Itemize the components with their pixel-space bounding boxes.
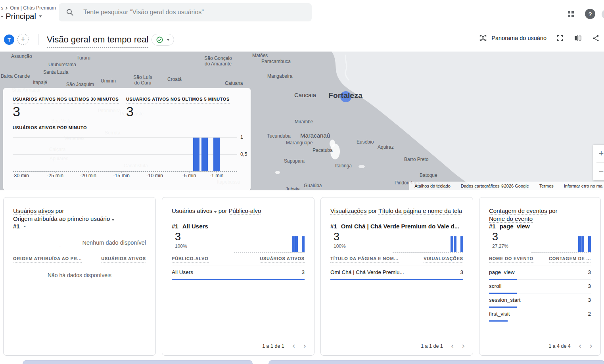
map-label: Uruburetama [48,62,76,67]
table-row: first_visit 2 [489,307,591,321]
table-row: All Users 3 [172,266,305,280]
metric-column-header[interactable]: CONTAGEM DE ... [549,256,591,262]
active-users-30min-value: 3 [13,104,20,119]
map-label: Maranguape [286,140,313,146]
next-page-button[interactable]: › [462,342,465,350]
apps-grid-icon[interactable] [568,11,574,17]
rank-value: - [24,223,26,230]
add-comparison-button[interactable]: + [17,34,29,45]
search-bar[interactable] [59,3,312,21]
pagination-label: 1 a 4 de 4 [548,343,571,349]
spark-bar [451,236,453,252]
map-label: Croatá [167,77,182,82]
metric-label: Usuários ativos [172,207,213,214]
no-data-message: Nenhum dado disponível [82,239,146,246]
help-icon[interactable]: ? [585,9,595,19]
active-users-5min-label[interactable]: USUÁRIOS ATIVOS NOS ÚLTIMOS 5 MINUTOS [126,97,230,103]
user-snapshot-label: Panorama do usuário [491,35,546,41]
next-page-button[interactable]: › [589,342,592,350]
data-quality-badge[interactable] [151,34,174,46]
card-title: Usuários ativos por Origem atribuída ao … [13,207,146,223]
x-axis-label: -10 min [144,173,165,178]
map-label: Sapupara [284,158,305,164]
minute-bar [193,138,199,171]
user-avatar-edge[interactable] [602,10,604,19]
y-axis-label-05: 0,5 [240,151,251,157]
account-switcher[interactable]: - Principal [1,12,42,21]
active-users-5min-value: 3 [126,104,134,119]
geo-map[interactable]: Assunção Tururu Uruburetama Santa Luzia … [0,52,604,190]
chevron-down-icon [111,219,115,221]
dimension-selector[interactable]: Nome do evento [489,215,533,223]
page-title[interactable]: Visão geral em tempo real [47,34,148,48]
metric-selector[interactable]: Usuários ativos [172,207,217,214]
search-input[interactable] [82,8,305,16]
per-minute-bar-chart [13,137,237,172]
x-axis-label: -20 min [78,173,98,178]
dimension-selector[interactable]: Origem atribuída ao primeiro usuário [13,215,115,222]
prev-page-button[interactable]: ‹ [292,342,295,350]
table-body: Omi Chá | Chá Verde Premiu... 3 [330,266,463,280]
share-icon [592,34,600,42]
prev-page-button[interactable]: ‹ [451,342,454,350]
top-value: 3 [334,231,339,243]
fullscreen-button[interactable] [556,34,564,42]
share-button[interactable] [592,34,600,42]
rank-value: page_view [500,223,530,230]
spark-bar [578,236,581,252]
dimension-column-header[interactable]: NOME DO EVENTO [489,256,533,262]
top-header: s Omi | Chás Premium - Principal ? [0,0,604,25]
metric-selector[interactable]: Usuários ativos [13,207,54,215]
map-label: São Luís do Curu [130,75,155,86]
table-body: page_view 3 scroll 3 session_start 3 fir… [489,266,591,321]
card-title: Usuários ativos por Público-alvo [172,207,305,215]
metric-selector[interactable]: Contagem de eventos [489,207,547,215]
sparkline-chart [393,236,463,253]
dimension-column-header[interactable]: PÚBLICO-ALVO [172,256,209,262]
spark-bar [581,236,584,252]
dimension-column-header[interactable]: TÍTULO DA PÁGINA E NOM... [330,256,399,262]
rank-label: #1 [13,223,20,230]
rank-label: #1 [489,223,496,230]
keyboard-shortcuts-link[interactable]: Atalhos do teclado [414,184,451,188]
chevron-down-icon [39,15,42,17]
active-users-30min-label[interactable]: USUÁRIOS ATIVOS NOS ÚLTIMOS 30 MINUTOS [13,97,119,103]
next-page-button[interactable]: › [303,342,306,350]
ga-realtime-page: s Omi | Chás Premium - Principal ? T + V… [0,0,604,364]
minute-bar [201,138,208,171]
pagination-label: 1 a 1 de 1 [421,343,443,349]
status-check-icon [156,36,163,44]
row-value: 3 [588,283,591,289]
chevron-down-icon [214,211,217,213]
breadcrumb[interactable]: s Omi | Chás Premium [1,5,56,11]
map-label: Tucunduba [267,133,291,139]
prev-page-button[interactable]: ‹ [579,342,582,350]
compare-button[interactable] [573,34,582,42]
zoom-in-button[interactable]: + [593,145,604,162]
user-snapshot-button[interactable]: Panorama do usuário [479,34,546,42]
dimension-selector[interactable]: Público-alvo [229,207,261,215]
breadcrumb-prefix: s [1,5,3,11]
x-axis-label: -25 min [45,173,65,178]
metric-column-header[interactable]: VISUALIZAÇÕES [424,256,463,262]
dimension-column-header[interactable]: ORIGEM ATRIBUÍDA AO PR... [13,256,82,262]
dimension-selector[interactable]: Título da página e nome da tela [378,207,462,215]
map-data-credit: Dados cartográficos ©2026 Google [461,184,529,188]
zoom-out-button[interactable]: − [593,163,604,180]
map-label: Batoque [420,172,437,178]
map-label: Paracambuca [261,59,291,64]
report-map-error-link[interactable]: Informar erro no ma [564,184,602,188]
table-header: NOME DO EVENTO CONTAGEM DE ... [489,256,591,266]
metric-selector[interactable]: Visualizações [330,207,366,215]
row-name: first_visit [489,311,510,317]
avatar[interactable]: T [4,34,14,45]
metric-column-header[interactable]: USUÁRIOS ATIVOS [260,256,305,262]
spark-bar [295,236,298,252]
map-label: Itaitinga [335,163,352,169]
map-label: Guaiúba [304,183,322,188]
terms-link[interactable]: Termos [539,184,554,188]
metric-column-header[interactable]: USUÁRIOS ATIVOS [101,256,146,262]
map-label: Eusébio [357,139,374,145]
next-row-card-top [268,360,604,364]
chevron-down-icon [167,39,170,41]
